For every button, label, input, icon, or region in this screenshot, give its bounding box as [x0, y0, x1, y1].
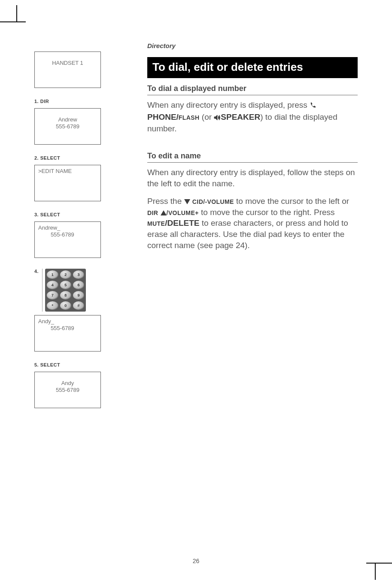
vertical-divider [42, 269, 43, 312]
body-text-span: Press the [147, 197, 184, 206]
lcd-screen: >EDIT NAME [34, 165, 101, 201]
keypad-key[interactable]: 8 [60, 291, 71, 300]
step-label: 1. DIR [34, 99, 101, 104]
lcd-line: 555-6789 [56, 387, 79, 393]
lcd-line: 555-6789 [38, 231, 74, 238]
lcd-line: 555-6789 [56, 123, 79, 130]
page-title: To dial, edit or delete entries [147, 57, 358, 78]
lcd-screen: Andy_ 555-6789 [34, 315, 101, 352]
keypad-key[interactable]: 3 [73, 270, 84, 279]
section-eyebrow: Directory [147, 42, 358, 49]
main-content: Directory To dial, edit or delete entrie… [147, 42, 358, 268]
step-index: 2. [34, 155, 39, 161]
keypad-key[interactable]: 2 [60, 270, 71, 279]
lcd-screen: Andrew 555-6789 [34, 108, 101, 145]
step-key: SELECT [40, 212, 60, 217]
keypad-key[interactable]: 1 [47, 270, 58, 279]
page-number: 26 [0, 558, 392, 564]
subheading: To edit a name [147, 152, 358, 163]
arrow-up-icon [161, 210, 167, 215]
keypad-key[interactable]: 5 [60, 281, 71, 289]
keypad-key[interactable]: 7 [47, 291, 58, 300]
key-label-small: DIR [147, 209, 158, 216]
lcd-line: Andrew [58, 116, 77, 123]
step-label: 5. SELECT [34, 362, 101, 367]
lcd-line: Andrew_ [38, 224, 60, 231]
keypad-key[interactable]: 6 [73, 281, 84, 289]
dial-pad: 1 2 3 4 5 6 7 8 9 * 0 # [45, 269, 86, 312]
page-root: HANDSET 1 1. DIR Andrew 555-6789 2. SELE… [0, 0, 392, 585]
keypad-key[interactable]: 4 [47, 281, 58, 289]
lcd-screen: Andy 555-6789 [34, 372, 101, 408]
handset-icon [310, 100, 316, 112]
lcd-line: Andy_ [38, 318, 54, 324]
keypad-key[interactable]: 9 [73, 291, 84, 300]
key-label-small: CID/-VOLUME [192, 198, 234, 205]
body-text-span: (or [200, 112, 214, 121]
keypad-key[interactable]: # [73, 301, 84, 310]
key-label-small: FLASH [179, 114, 200, 121]
step-key: SELECT [40, 155, 60, 161]
arrow-down-icon [184, 199, 190, 204]
key-label: SPEAKER [221, 112, 260, 121]
step-index: 4. [34, 269, 39, 274]
step-index: 3. [34, 212, 39, 217]
lcd-screen: HANDSET 1 [34, 52, 101, 88]
step-keypad-row: 4. 1 2 3 4 5 6 7 8 9 * 0 # [34, 269, 101, 312]
body-paragraph: When any directory entry is displayed, f… [147, 167, 358, 189]
step-label: 4. [34, 269, 39, 274]
speaker-icon [214, 112, 221, 124]
step-index: 1. [34, 99, 39, 104]
lcd-line: >EDIT NAME [38, 168, 72, 174]
step-key: SELECT [40, 362, 60, 367]
subheading: To dial a displayed number [147, 84, 358, 95]
steps-column: HANDSET 1 1. DIR Andrew 555-6789 2. SELE… [34, 52, 101, 419]
step-index: 5. [34, 362, 39, 367]
key-label: /DELETE [165, 218, 199, 227]
key-label-small: /VOLUME+ [167, 209, 199, 216]
body-paragraph: When any directory entry is displayed, p… [147, 100, 358, 134]
lcd-line: 555-6789 [38, 325, 74, 331]
body-text-span: to move the cursor to the right. Press [201, 208, 335, 217]
lcd-line: HANDSET 1 [52, 60, 83, 66]
crop-mark-top-left [0, 21, 26, 22]
key-label-small: MUTE [147, 220, 165, 227]
key-label: PHONE/ [147, 112, 179, 121]
body-text-span: to move the cursor to the left or [236, 197, 349, 206]
step-key: DIR [40, 99, 49, 104]
body-text-span: When any directory entry is displayed, p… [147, 100, 310, 109]
keypad-key[interactable]: 0 [60, 301, 71, 310]
keypad-key[interactable]: * [47, 301, 58, 310]
step-label: 3. SELECT [34, 212, 101, 217]
step-label: 2. SELECT [34, 155, 101, 161]
body-paragraph: Press the CID/-VOLUME to move the cursor… [147, 196, 358, 251]
lcd-line: Andy [61, 380, 74, 386]
lcd-screen: Andrew_ 555-6789 [34, 221, 101, 258]
